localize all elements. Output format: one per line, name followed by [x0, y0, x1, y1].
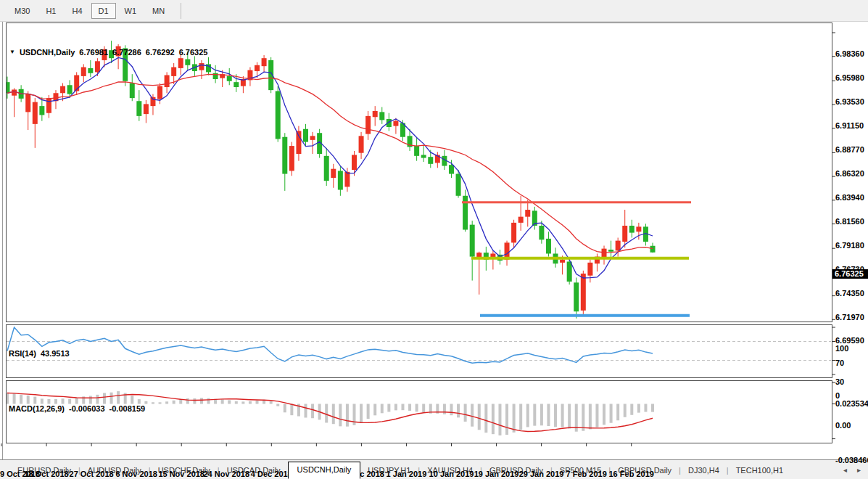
ohlc-open: 6.76981 [79, 48, 108, 57]
date-axis-label: 7 Feb 2019 [566, 470, 607, 478]
price-axis-label: 6.95980 [835, 73, 864, 82]
price-pane[interactable] [7, 23, 832, 322]
ohlc-close: 6.76325 [179, 48, 208, 57]
price-axis-label: 6.79180 [835, 241, 864, 250]
price-axis-label: 6.86320 [835, 169, 864, 178]
timeframe-button-h4[interactable]: H4 [65, 3, 89, 19]
date-axis-label: 6 Nov 2018 [115, 470, 157, 478]
date-axis-label: 27 Oct 2018 [70, 470, 114, 478]
macd-axis-label: -0.038466 [835, 456, 868, 464]
rsi-axis-label: 30 [835, 377, 844, 386]
ohlc-low: 6.76292 [146, 48, 175, 57]
date-axis-label: 19 Jan 2019 [474, 470, 519, 478]
rsi-header: RSI(14) 43.9513 [9, 349, 70, 358]
timeframe-button-w1[interactable]: W1 [117, 3, 144, 19]
macd-axis-label: 0.023534 [835, 399, 868, 408]
chart-frame: ▼ USDCNH,Daily 6.76981 6.77286 6.76292 6… [0, 22, 868, 459]
chart-symbol-dropdown-icon[interactable]: ▼ [9, 49, 15, 56]
macd-signal-value: -0.008159 [109, 404, 146, 413]
timeframe-button-m30[interactable]: M30 [7, 3, 37, 19]
chart-tab-dj30-h4[interactable]: DJ30,H4 [681, 462, 727, 479]
price-axis-label: 6.74350 [835, 289, 864, 298]
date-axis-label: 24 Nov 2018 [203, 470, 249, 478]
chart-canvas[interactable] [0, 22, 868, 459]
tab-scroll-arrows: ◂▸ [843, 466, 868, 479]
price-axis-label: 6.88770 [835, 145, 864, 154]
date-axis-label: 4 Dec 2018 [251, 470, 292, 478]
date-axis-label: 15 Nov 2018 [158, 470, 204, 478]
price-axis-label: 6.98360 [835, 49, 864, 58]
timeframe-button-h1[interactable]: H1 [38, 3, 63, 19]
rsi-label: RSI(14) [9, 349, 36, 358]
macd-value: -0.006033 [69, 404, 105, 413]
chart-tab-tech100-h1[interactable]: TECH100,H1 [729, 462, 790, 479]
date-axis-label: 1 Jan 2019 [387, 470, 427, 478]
price-axis-label: 6.83940 [835, 193, 864, 202]
mt4-window: M30H1H4D1W1MN ▼ USDCNH,Daily 6.76981 6.7… [0, 0, 868, 479]
date-axis-label: 18 Oct 2018 [24, 470, 68, 478]
timeframe-button-mn[interactable]: MN [145, 3, 172, 19]
macd-header: MACD(12,26,9) -0.006033 -0.008159 [9, 404, 145, 413]
timeframe-button-d1[interactable]: D1 [91, 3, 116, 19]
chart-header: ▼ USDCNH,Daily 6.76981 6.77286 6.76292 6… [9, 48, 207, 57]
current-price-tag: 6.76325 [832, 269, 868, 279]
date-axis-label: 29 Jan 2019 [519, 470, 564, 478]
toolbar-separator [181, 3, 181, 19]
macd-axis-label: 0.00 [835, 421, 851, 430]
rsi-axis-label: 100 [835, 344, 848, 353]
price-axis-label: 6.81560 [835, 217, 864, 226]
price-axis-label: 6.91150 [835, 121, 864, 130]
ohlc-high: 6.77286 [112, 48, 141, 57]
timeframe-toolbar: M30H1H4D1W1MN [0, 0, 868, 22]
chart-symbol-label: USDCNH,Daily [20, 48, 75, 57]
tab-scroll-right-icon[interactable]: ▸ [857, 466, 861, 474]
price-axis-label: 6.71970 [835, 313, 864, 322]
date-axis-label: 16 Feb 2019 [609, 470, 654, 478]
tab-scroll-left-icon[interactable]: ◂ [843, 466, 847, 474]
rsi-axis-label: 70 [835, 359, 844, 367]
chart-tab-usdcnh-daily[interactable]: USDCNH,Daily [288, 462, 361, 479]
rsi-value: 43.9513 [41, 349, 70, 358]
macd-label: MACD(12,26,9) [9, 404, 65, 413]
price-axis-label: 6.93530 [835, 97, 864, 106]
date-axis-label: 10 Jan 2019 [429, 470, 474, 478]
